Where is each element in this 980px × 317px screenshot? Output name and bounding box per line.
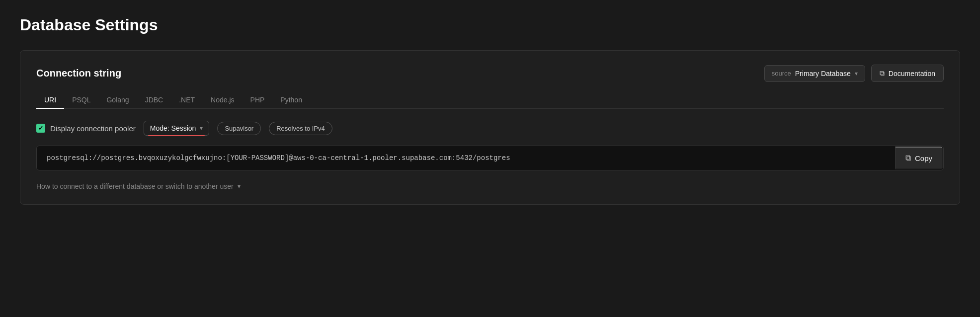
card-header: Connection string source Primary Databas…	[36, 65, 944, 82]
ipv4-label: Resolves to IPv4	[276, 125, 325, 132]
pooler-checkbox-label[interactable]: ✓ Display connection pooler	[36, 124, 136, 133]
chevron-down-icon: ▾	[855, 70, 858, 77]
external-link-icon: ⧉	[880, 69, 885, 78]
tab-psql[interactable]: PSQL	[64, 92, 98, 109]
header-actions: source Primary Database ▾ ⧉ Documentatio…	[764, 65, 944, 82]
tab-nodejs[interactable]: Node.js	[203, 92, 242, 109]
source-value: Primary Database	[795, 70, 851, 78]
footer-link[interactable]: How to connect to a different database o…	[36, 182, 944, 190]
tab-dotnet[interactable]: .NET	[171, 92, 203, 109]
ipv4-badge[interactable]: Resolves to IPv4	[269, 122, 332, 135]
tabs-bar: URIPSQLGolangJDBC.NETNode.jsPHPPython	[36, 92, 944, 109]
connection-string-card: Connection string source Primary Databas…	[20, 50, 960, 205]
footer-link-text: How to connect to a different database o…	[36, 182, 234, 190]
copy-icon: ⧉	[905, 154, 911, 162]
card-title: Connection string	[36, 68, 121, 79]
connection-string-value: postgresql://postgres.bvqoxuzykolgcfwxuj…	[37, 146, 895, 170]
options-row: ✓ Display connection pooler Mode: Sessio…	[36, 121, 944, 136]
supavisor-label: Supavisor	[225, 125, 253, 132]
tab-python[interactable]: Python	[272, 92, 310, 109]
tab-uri[interactable]: URI	[36, 92, 64, 109]
tab-golang[interactable]: Golang	[98, 92, 137, 109]
supavisor-badge[interactable]: Supavisor	[217, 122, 261, 135]
chevron-down-icon: ▾	[238, 183, 241, 190]
source-label: source	[772, 70, 791, 77]
mode-label: Mode: Session	[150, 124, 196, 132]
tab-jdbc[interactable]: JDBC	[137, 92, 171, 109]
chevron-down-icon: ▾	[200, 125, 203, 132]
documentation-label: Documentation	[889, 70, 935, 78]
pooler-checkbox[interactable]: ✓	[36, 124, 45, 133]
copy-button[interactable]: ⧉ Copy	[895, 147, 943, 169]
check-icon: ✓	[38, 125, 43, 132]
copy-label: Copy	[915, 154, 932, 162]
tab-php[interactable]: PHP	[243, 92, 273, 109]
source-dropdown[interactable]: source Primary Database ▾	[764, 65, 865, 82]
mode-dropdown[interactable]: Mode: Session ▾	[144, 121, 210, 136]
pooler-label: Display connection pooler	[50, 124, 136, 133]
page-title: Database Settings	[20, 16, 960, 34]
documentation-button[interactable]: ⧉ Documentation	[871, 65, 944, 82]
connection-string-field: postgresql://postgres.bvqoxuzykolgcfwxuj…	[36, 146, 944, 170]
